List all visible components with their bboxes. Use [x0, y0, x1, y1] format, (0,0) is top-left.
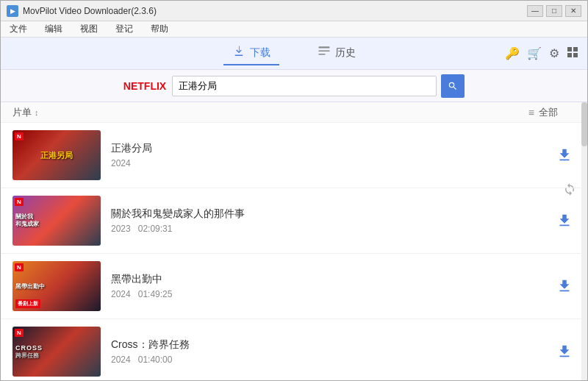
search-button[interactable] [441, 74, 465, 98]
svg-rect-4 [573, 47, 578, 51]
menu-item-register[interactable]: 登记 [112, 21, 136, 37]
thumbnail-4: CROSS 跨界任務 N [12, 327, 101, 377]
thumbnail-3: 黑帶出勤中 N 番剧上新 [12, 261, 101, 311]
item-meta-3: 2024 01:49:25 [111, 289, 543, 299]
item-info-3: 黑帶出勤中 2024 01:49:25 [111, 273, 543, 299]
download-button-4[interactable] [553, 341, 576, 363]
window-controls: — □ ✕ [527, 5, 581, 17]
item-year-2: 2023 [111, 224, 131, 234]
filter-icon[interactable]: ≡ [528, 107, 534, 118]
item-info-2: 關於我和鬼變成家人的那件事 2023 02:09:31 [111, 207, 543, 234]
tag-new-3: 番剧上新 [15, 299, 40, 308]
thumbnail-1: 正港另局 N [12, 130, 101, 180]
item-title-2: 關於我和鬼變成家人的那件事 [111, 207, 543, 221]
item-title-3: 黑帶出勤中 [111, 273, 543, 286]
list-item[interactable]: 關於我和鬼成家 N 關於我和鬼變成家人的那件事 2023 02:09:31 [1, 188, 587, 254]
minimize-button[interactable]: — [527, 5, 543, 17]
netflix-logo: NETFLIX [123, 80, 166, 92]
netflix-badge-1: N [15, 132, 24, 140]
filter-all-label: 全部 [539, 106, 558, 119]
search-icon [448, 81, 458, 91]
svg-rect-0 [319, 46, 330, 48]
history-tab-icon [318, 45, 331, 61]
scrollbar-track [581, 102, 587, 380]
column-title: 片单 [12, 106, 32, 119]
netflix-badge-3: N [15, 263, 24, 271]
tab-download-label: 下载 [250, 46, 270, 60]
netflix-badge-2: N [15, 198, 24, 206]
title-bar-left: ▶ MovPilot Video Downloader(2.3.6) [7, 5, 157, 17]
tab-history[interactable]: 历史 [309, 42, 365, 65]
tab-download[interactable]: 下载 [223, 42, 279, 65]
item-title-4: Cross：跨界任務 [111, 338, 543, 352]
main-window: ▶ MovPilot Video Downloader(2.3.6) — □ ✕… [0, 0, 588, 381]
search-bar: NETFLIX [1, 70, 587, 102]
item-duration-2: 02:09:31 [138, 224, 173, 234]
download-button-1[interactable] [553, 144, 576, 166]
item-year-1: 2024 [111, 158, 131, 168]
list-item[interactable]: CROSS 跨界任務 N Cross：跨界任務 2024 01:40:00 [1, 319, 587, 380]
thumbnail-2: 關於我和鬼成家 N [12, 196, 101, 246]
tab-history-label: 历史 [335, 46, 356, 60]
top-nav: 下载 历史 🔑 🛒 ⚙ [1, 38, 587, 70]
close-button[interactable]: ✕ [565, 5, 581, 17]
scrollbar-thumb[interactable] [581, 102, 587, 146]
item-info-4: Cross：跨界任務 2024 01:40:00 [111, 338, 543, 365]
list-body: 正港另局 N 正港分局 2024 [1, 123, 587, 380]
title-bar: ▶ MovPilot Video Downloader(2.3.6) — □ ✕ [1, 1, 587, 21]
thumb-bg-4: CROSS 跨界任務 [12, 327, 101, 377]
item-meta-4: 2024 01:40:00 [111, 355, 543, 365]
item-duration-3: 01:49:25 [138, 289, 173, 299]
thumb-bg-1: 正港另局 [12, 130, 101, 180]
list-header: 片单 ↕ ≡ 全部 [1, 102, 587, 123]
content-area: 片单 ↕ ≡ 全部 正港另局 N 正港分局 2024 [1, 102, 587, 380]
svg-rect-1 [319, 50, 330, 51]
menu-item-help[interactable]: 帮助 [148, 21, 171, 37]
menu-bar: 文件 编辑 视图 登记 帮助 [1, 21, 587, 38]
cart-icon[interactable]: 🛒 [527, 46, 542, 60]
download-tab-icon [232, 45, 245, 61]
maximize-button[interactable]: □ [546, 5, 562, 17]
svg-rect-2 [319, 54, 326, 55]
search-input[interactable] [173, 80, 436, 91]
list-item[interactable]: 黑帶出勤中 N 番剧上新 黑帶出勤中 2024 01:49:25 [1, 254, 587, 319]
item-duration-4: 01:40:00 [138, 355, 173, 365]
window-title: MovPilot Video Downloader(2.3.6) [23, 6, 157, 16]
top-nav-right: 🔑 🛒 ⚙ [505, 46, 578, 61]
settings-icon[interactable]: ⚙ [549, 46, 559, 60]
download-button-2[interactable] [553, 210, 576, 232]
item-year-4: 2024 [111, 355, 131, 365]
menu-item-file[interactable]: 文件 [7, 21, 30, 37]
netflix-badge-4: N [15, 329, 24, 337]
menu-item-view[interactable]: 视图 [77, 21, 101, 37]
key-icon[interactable]: 🔑 [505, 46, 520, 60]
download-button-3[interactable] [553, 275, 576, 297]
item-year-3: 2024 [111, 289, 131, 299]
thumb-bg-2: 關於我和鬼成家 [12, 196, 101, 246]
item-meta-1: 2024 [111, 158, 543, 168]
search-input-wrap [172, 76, 437, 96]
menu-item-edit[interactable]: 编辑 [42, 21, 65, 37]
list-item[interactable]: 正港另局 N 正港分局 2024 [1, 123, 587, 188]
svg-rect-6 [573, 53, 578, 57]
svg-rect-3 [567, 47, 572, 51]
sort-icon[interactable]: ↕ [35, 108, 39, 117]
item-info-1: 正港分局 2024 [111, 142, 543, 168]
item-title-1: 正港分局 [111, 142, 543, 155]
app-icon: ▶ [7, 5, 18, 17]
grid-icon[interactable] [567, 46, 578, 61]
svg-rect-5 [567, 53, 572, 57]
item-meta-2: 2023 02:09:31 [111, 224, 543, 234]
